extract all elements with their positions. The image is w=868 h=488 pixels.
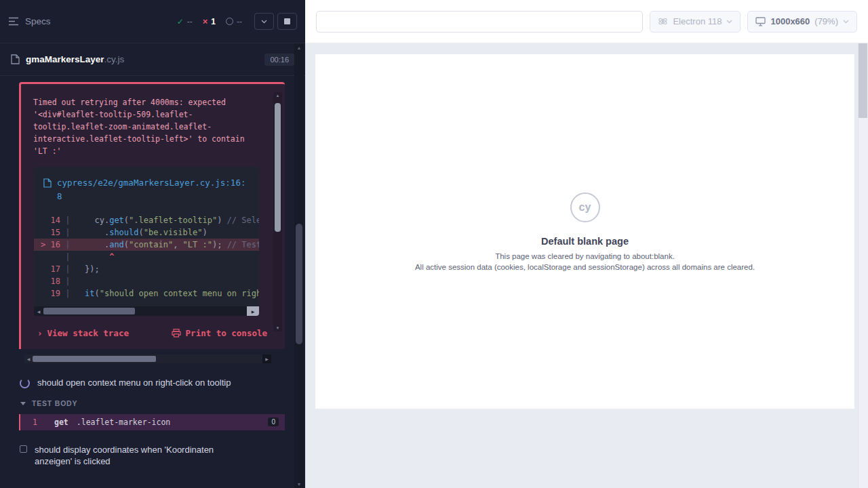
scroll-down-arrow-icon[interactable]: ▼ (294, 480, 304, 488)
spec-extension: .cy.js (104, 54, 125, 64)
error-actions: › View stack trace Print to console (37, 328, 267, 338)
aut-panel: Electron 118 1000x660 (79%) cy Default b… (305, 0, 868, 488)
code-line: | ^ (34, 251, 259, 263)
passed-count: -- (187, 17, 193, 26)
specs-menu-button[interactable]: Specs (8, 16, 51, 26)
aut-header: Electron 118 1000x660 (79%) (305, 0, 868, 43)
scroll-left-arrow-icon[interactable]: ◀ (34, 306, 43, 316)
code-line: 19 | it("should open context menu on rig… (34, 287, 259, 300)
stack-trace-label: View stack trace (47, 328, 129, 338)
viewport-selector[interactable]: 1000x660 (79%) (747, 11, 857, 33)
scroll-right-arrow-icon[interactable]: ▶ (247, 306, 259, 316)
reporter-panel: Specs ✓ -- × 1 -- (0, 0, 305, 488)
test-stats: ✓ -- × 1 -- (177, 16, 242, 26)
code-block: 14 | cy.get(".leaflet-tooltip") // Sele … (34, 210, 259, 306)
reporter-vscroll-thumb[interactable] (296, 224, 302, 344)
passed-check-icon: ✓ (177, 17, 184, 26)
spec-name[interactable]: gmaMarkersLayer (26, 54, 104, 64)
scroll-down-arrow-icon[interactable]: ▼ (273, 325, 282, 331)
url-input[interactable] (316, 11, 643, 33)
browser-selector[interactable]: Electron 118 (650, 11, 741, 33)
error-vscroll-thumb[interactable] (275, 103, 281, 232)
error-message: Timed out retrying after 4000ms: expecte… (33, 96, 256, 157)
collapse-all-button[interactable] (254, 13, 274, 30)
reporter-vertical-scrollbar[interactable]: ▲ ▼ (294, 43, 304, 488)
log-horizontal-scrollbar[interactable]: ◀ ▶ (24, 354, 271, 363)
queued-square-icon (20, 445, 27, 453)
pending-circle-icon (226, 18, 233, 25)
viewport-size: 1000x660 (770, 16, 810, 26)
test-body-label: TEST BODY (32, 399, 77, 407)
test-body-section-header[interactable]: TEST BODY (0, 399, 285, 407)
error-file-link[interactable]: cypress/e2e/gmaMarkersLayer.cy.js:16:8 (34, 174, 259, 210)
code-line: 18 | (34, 275, 259, 287)
chevron-down-icon (20, 402, 26, 405)
view-stack-trace-link[interactable]: › View stack trace (37, 328, 129, 338)
browser-name: Electron 118 (673, 16, 722, 26)
blank-page: cy Default blank page This page was clea… (315, 54, 854, 409)
scroll-right-arrow-icon[interactable]: ▶ (262, 354, 271, 363)
code-frame: cypress/e2e/gmaMarkersLayer.cy.js:16:8 1… (34, 167, 259, 316)
chevron-down-icon (726, 20, 732, 24)
scroll-up-arrow-icon[interactable]: ▲ (273, 92, 282, 99)
stat-pending: -- (226, 17, 242, 26)
chevron-down-icon (261, 20, 267, 24)
code-file-icon (43, 178, 52, 188)
stat-passed: ✓ -- (177, 17, 193, 26)
command-method: get (54, 418, 68, 427)
reporter-header: Specs ✓ -- × 1 -- (0, 0, 305, 43)
spec-duration: 00:16 (264, 54, 294, 66)
aut-viewport-area: cy Default blank page This page was clea… (305, 43, 868, 488)
code-hscroll-thumb[interactable] (43, 308, 135, 314)
code-line: 17 | }); (34, 263, 259, 275)
stack-chevron-icon: › (37, 328, 43, 338)
cypress-logo-icon: cy (570, 192, 600, 222)
blank-page-title: Default blank page (541, 236, 629, 247)
code-line: 15 | .should("be.visible") (34, 226, 259, 239)
file-link-text: cypress/e2e/gmaMarkersLayer.cy.js:16:8 (57, 176, 250, 203)
print-label: Print to console (186, 328, 267, 338)
code-horizontal-scrollbar[interactable]: ◀ ▶ (34, 306, 259, 316)
test-item-running[interactable]: should open context menu on right-click … (0, 377, 285, 388)
pending-count: -- (237, 17, 242, 26)
monitor-icon (755, 17, 766, 26)
test-title: should display coordinates when 'Koordin… (35, 444, 248, 467)
blank-page-line1: This page was cleared by navigating to a… (495, 252, 675, 260)
blank-page-line2: All active session data (cookies, localS… (415, 263, 755, 271)
stop-button[interactable] (277, 13, 297, 30)
test-error-panel: Timed out retrying after 4000ms: expecte… (19, 82, 285, 349)
scroll-up-arrow-icon[interactable]: ▲ (294, 43, 304, 52)
code-line: 14 | cy.get(".leaflet-tooltip") // Sele (34, 214, 259, 226)
cypress-app: Specs ✓ -- × 1 -- (0, 0, 868, 488)
failed-count: 1 (211, 17, 216, 26)
print-icon (172, 329, 181, 338)
command-message: .leaflet-marker-icon (77, 418, 170, 427)
specs-label: Specs (25, 16, 51, 26)
spec-title-row: gmaMarkersLayer .cy.js 00:16 (0, 43, 305, 76)
command-row[interactable]: 1 get .leaflet-marker-icon 0 (19, 414, 285, 430)
element-count-badge: 0 (268, 418, 279, 426)
code-line: > 16 | .and("contain", "LT :"); // Test (34, 239, 259, 251)
electron-browser-icon (658, 16, 668, 26)
specs-list-icon (8, 17, 19, 26)
running-spinner-icon (20, 378, 30, 388)
aut-vscroll-thumb[interactable] (859, 43, 867, 118)
viewport-scale: (79%) (814, 16, 838, 26)
header-buttons (254, 13, 297, 30)
error-vertical-scrollbar[interactable]: ▲ ▼ (273, 92, 282, 331)
command-log: Timed out retrying after 4000ms: expecte… (0, 77, 285, 488)
command-number: 1 (33, 418, 54, 427)
scroll-left-arrow-icon[interactable]: ◀ (24, 354, 33, 363)
spec-file-icon (11, 54, 20, 64)
stat-failed: × 1 (203, 16, 216, 26)
stop-icon (284, 18, 290, 24)
log-hscroll-thumb[interactable] (33, 356, 156, 362)
failed-x-icon: × (203, 16, 208, 26)
print-to-console-button[interactable]: Print to console (172, 328, 267, 338)
test-title: should open context menu on right-click … (37, 377, 231, 388)
chevron-down-icon (843, 20, 849, 24)
aut-vertical-scrollbar[interactable] (858, 43, 868, 488)
test-item-queued[interactable]: should display coordinates when 'Koordin… (0, 444, 285, 467)
